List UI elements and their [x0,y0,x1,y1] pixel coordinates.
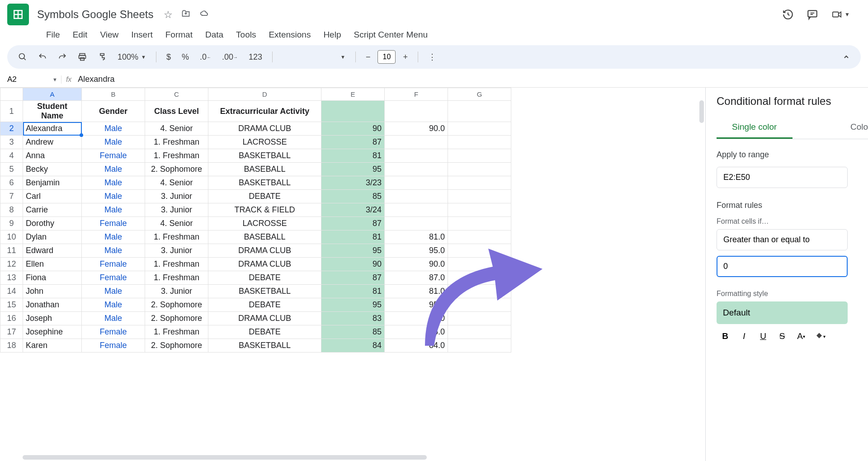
col-header-F[interactable]: F [385,88,448,101]
cell[interactable]: 95.0 [385,298,448,312]
cell[interactable]: TRACK & FIELD [208,203,321,217]
cloud-status-icon[interactable] [199,9,210,21]
cell[interactable]: 4. Senior [145,176,208,190]
cell[interactable]: 87 [321,136,385,149]
cell[interactable]: Male [82,312,145,325]
sheets-logo[interactable] [7,4,29,25]
cell[interactable]: Dorothy [23,217,82,230]
cell[interactable] [448,149,511,163]
cell[interactable]: Male [82,244,145,258]
col-header-A[interactable]: A [23,88,82,101]
spreadsheet-grid[interactable]: ABCDEFG1Student NameGenderClass LevelExt… [0,88,705,461]
cell[interactable]: 95 [321,244,385,258]
meet-icon[interactable]: ▼ [831,9,850,19]
cell[interactable]: Carl [23,190,82,203]
horizontal-scrollbar[interactable] [23,454,696,461]
fontsize-input[interactable] [377,50,396,64]
cell[interactable]: 87.0 [385,271,448,285]
collapse-toolbar-icon[interactable] [839,51,854,63]
underline-button[interactable]: U [755,328,772,345]
cell[interactable] [448,190,511,203]
cell[interactable]: Jonathan [23,298,82,312]
row-header-16[interactable]: 16 [0,312,23,325]
cell[interactable]: Edward [23,244,82,258]
cell[interactable]: 2. Sophomore [145,339,208,353]
cell[interactable]: Benjamin [23,176,82,190]
cell[interactable]: 83.0 [385,312,448,325]
menu-format[interactable]: Format [160,27,198,42]
zoom-dropdown[interactable]: 100% ▼ [114,50,150,65]
menu-insert[interactable]: Insert [126,27,158,42]
row-header-5[interactable]: 5 [0,163,23,176]
history-icon[interactable] [782,9,794,20]
cell[interactable]: DEBATE [208,271,321,285]
row-header-17[interactable]: 17 [0,325,23,339]
cell[interactable]: 1. Freshman [145,136,208,149]
name-box-dropdown-icon[interactable]: ▼ [49,77,61,82]
strikethrough-button[interactable]: S [774,328,791,345]
paint-format-icon[interactable] [94,50,110,64]
row-header-11[interactable]: 11 [0,244,23,258]
cell[interactable] [385,203,448,217]
cell[interactable] [448,258,511,271]
header-cell[interactable] [448,101,511,122]
menu-tools[interactable]: Tools [231,27,261,42]
cell[interactable]: 2. Sophomore [145,312,208,325]
cell[interactable]: 95 [321,163,385,176]
cell[interactable]: 85 [321,190,385,203]
cell[interactable]: BASEBALL [208,163,321,176]
cell[interactable]: Anna [23,149,82,163]
cell[interactable]: DEBATE [208,190,321,203]
formula-input[interactable] [76,73,864,86]
cell[interactable]: 81 [321,230,385,244]
cell[interactable]: 85.0 [385,325,448,339]
cell[interactable]: 85 [321,325,385,339]
cell[interactable]: Karen [23,339,82,353]
cell[interactable] [448,325,511,339]
name-box[interactable] [4,73,49,86]
font-dropdown-icon[interactable]: ▼ [337,52,349,62]
cell[interactable]: 84 [321,339,385,353]
col-header-B[interactable]: B [82,88,145,101]
tab-single-color[interactable]: Single color [717,117,793,139]
cell[interactable]: 81.0 [385,285,448,298]
header-cell[interactable]: Extracurricular Activity [208,101,321,122]
cell[interactable]: Becky [23,163,82,176]
cell[interactable] [448,122,511,136]
cell[interactable]: John [23,285,82,298]
row-header-9[interactable]: 9 [0,217,23,230]
increase-decimal-button[interactable]: .00→ [218,50,241,65]
menu-help[interactable]: Help [318,27,346,42]
cell[interactable] [448,271,511,285]
search-menus-icon[interactable] [14,50,31,64]
cell[interactable]: DRAMA CLUB [208,244,321,258]
cell[interactable]: 3. Junior [145,203,208,217]
cell[interactable] [448,285,511,298]
cell[interactable]: BASKETBALL [208,285,321,298]
cell[interactable] [385,217,448,230]
fontsize-decrease-button[interactable]: − [362,50,374,65]
range-input[interactable] [717,167,848,188]
cell[interactable] [448,136,511,149]
cell[interactable]: Female [82,217,145,230]
cell[interactable]: Dylan [23,230,82,244]
fontsize-increase-button[interactable]: + [399,50,411,65]
row-header-8[interactable]: 8 [0,203,23,217]
cell[interactable] [448,163,511,176]
cell[interactable] [448,312,511,325]
redo-icon[interactable] [54,50,71,64]
more-toolbar-icon[interactable]: ⋮ [425,49,440,65]
move-icon[interactable] [181,9,191,21]
cell[interactable] [448,176,511,190]
cell[interactable]: DRAMA CLUB [208,312,321,325]
cell[interactable]: 81 [321,285,385,298]
menu-script-center[interactable]: Script Center Menu [348,27,433,42]
cell[interactable]: 81.0 [385,230,448,244]
cell[interactable]: Female [82,325,145,339]
cell[interactable]: 2. Sophomore [145,163,208,176]
cell[interactable]: 3/23 [321,176,385,190]
print-icon[interactable] [74,50,90,64]
cell[interactable]: BASKETBALL [208,149,321,163]
cell[interactable]: DEBATE [208,325,321,339]
cell[interactable]: 4. Senior [145,217,208,230]
